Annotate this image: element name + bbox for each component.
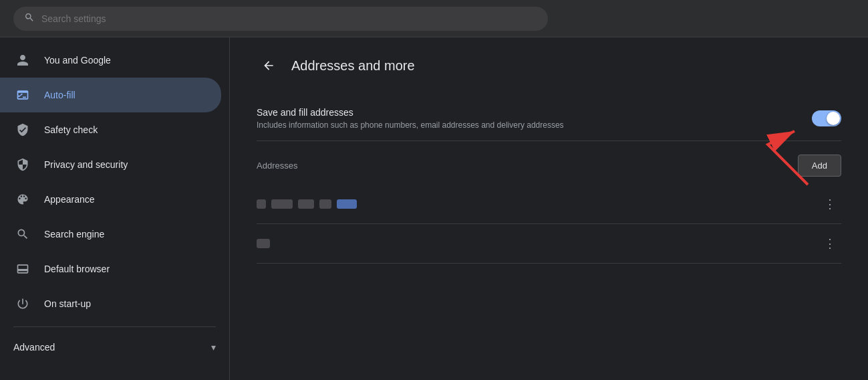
search-bar-inner: [13, 7, 548, 31]
sidebar: You and Google Auto-fill Safety check: [0, 37, 230, 380]
save-addresses-toggle[interactable]: [812, 110, 841, 126]
advanced-label: Advanced: [13, 342, 211, 353]
sidebar-label-you-and-google: You and Google: [44, 55, 111, 66]
page-header: Addresses and more: [257, 54, 841, 78]
toggle-text: Save and fill addresses Includes informa…: [257, 107, 812, 130]
blur-block: [271, 199, 293, 209]
browser-icon: [13, 260, 32, 278]
blur-block: [319, 199, 331, 209]
sidebar-item-safety-check[interactable]: Safety check: [0, 112, 221, 147]
toggle-track: [812, 110, 841, 126]
blur-block: [298, 199, 314, 209]
sidebar-label-safety-check: Safety check: [44, 124, 98, 135]
sidebar-item-search-engine[interactable]: Search engine: [0, 217, 221, 252]
sidebar-label-appearance: Appearance: [44, 194, 95, 205]
search-icon: [13, 225, 32, 244]
sidebar-label-default-browser: Default browser: [44, 264, 110, 274]
search-input[interactable]: [41, 13, 537, 24]
add-address-button[interactable]: Add: [798, 155, 841, 177]
blur-block: [257, 239, 270, 248]
sidebar-label-auto-fill: Auto-fill: [44, 90, 76, 100]
address-blurred-content-1: [257, 199, 819, 209]
sidebar-label-on-startup: On start-up: [44, 298, 91, 309]
toggle-desc: Includes information such as phone numbe…: [257, 120, 812, 130]
chevron-down-icon: ▾: [211, 342, 216, 353]
search-icon: [24, 12, 35, 25]
sidebar-item-auto-fill[interactable]: Auto-fill: [0, 78, 221, 112]
sidebar-item-you-and-google[interactable]: You and Google: [0, 43, 221, 78]
blur-block: [257, 199, 266, 209]
address-blurred-content-2: [257, 239, 819, 248]
back-button[interactable]: [257, 54, 281, 78]
addresses-label: Addresses: [257, 161, 798, 171]
power-icon: [13, 294, 32, 313]
sidebar-item-privacy-security[interactable]: Privacy and security: [0, 147, 221, 182]
address-row-2: ⋮: [257, 224, 841, 264]
sidebar-divider: [13, 326, 216, 327]
page-title: Addresses and more: [291, 58, 415, 74]
save-fill-addresses-row: Save and fill addresses Includes informa…: [257, 96, 841, 141]
sidebar-item-default-browser[interactable]: Default browser: [0, 252, 221, 286]
sidebar-label-search-engine: Search engine: [44, 229, 104, 240]
sidebar-item-advanced[interactable]: Advanced ▾: [0, 332, 229, 362]
palette-icon: [13, 190, 32, 209]
content-area: Addresses and more Save and fill address…: [230, 37, 868, 380]
blur-block: [337, 199, 357, 209]
shield-icon: [13, 155, 32, 174]
person-icon: [13, 51, 32, 70]
toggle-thumb: [827, 112, 840, 125]
sidebar-label-privacy: Privacy and security: [44, 159, 128, 170]
main-layout: You and Google Auto-fill Safety check: [0, 37, 868, 380]
autofill-icon: [13, 86, 32, 104]
address-row-1: ⋮: [257, 185, 841, 224]
toggle-title: Save and fill addresses: [257, 107, 812, 118]
sidebar-item-appearance[interactable]: Appearance: [0, 182, 221, 217]
address-row-menu-2[interactable]: ⋮: [819, 233, 841, 254]
sidebar-item-on-startup[interactable]: On start-up: [0, 286, 221, 321]
address-row-menu-1[interactable]: ⋮: [819, 194, 841, 214]
shield-check-icon: [13, 120, 32, 139]
search-bar: [0, 0, 868, 37]
addresses-header: Addresses Add: [257, 141, 841, 185]
